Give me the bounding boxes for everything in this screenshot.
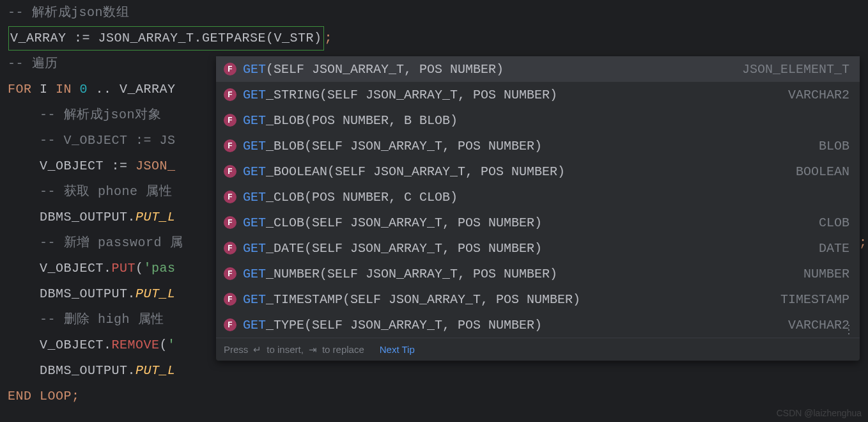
suggestion-signature: GET_BLOB(SELF JSON_ARRAY_T, POS NUMBER) xyxy=(243,139,805,153)
next-tip-link[interactable]: Next Tip xyxy=(380,344,415,355)
suggestion-item[interactable]: FGET_TYPE(SELF JSON_ARRAY_T, POS NUMBER)… xyxy=(216,312,860,338)
suggestion-item[interactable]: FGET_STRING(SELF JSON_ARRAY_T, POS NUMBE… xyxy=(216,82,860,107)
suggestion-signature: GET_CLOB(SELF JSON_ARRAY_T, POS NUMBER) xyxy=(243,215,805,230)
function-icon: F xyxy=(224,216,236,229)
suggestion-return-type: NUMBER xyxy=(803,267,849,281)
hint-text: to replace xyxy=(322,344,364,355)
hint-text: to insert, xyxy=(267,344,304,355)
suggestion-item[interactable]: FGET_DATE(SELF JSON_ARRAY_T, POS NUMBER)… xyxy=(216,235,860,261)
suggestion-return-type: VARCHAR2 xyxy=(788,318,849,332)
function-icon: F xyxy=(224,88,236,101)
watermark: CSDN @laizhenghua xyxy=(777,408,862,418)
function-icon: F xyxy=(224,267,236,280)
suggestion-signature: GET_CLOB(POS NUMBER, C CLOB) xyxy=(243,190,835,205)
suggestion-signature: GET_BOOLEAN(SELF JSON_ARRAY_T, POS NUMBE… xyxy=(243,164,782,179)
function-icon: F xyxy=(224,139,236,152)
key-tab-icon: ⇥ xyxy=(309,344,317,356)
key-enter-icon: ↵ xyxy=(253,344,261,356)
suggestion-item[interactable]: FGET_NUMBER(SELF JSON_ARRAY_T, POS NUMBE… xyxy=(216,261,860,286)
suggestion-signature: GET_TYPE(SELF JSON_ARRAY_T, POS NUMBER) xyxy=(243,318,774,332)
suggestion-signature: GET_BLOB(POS NUMBER, B BLOB) xyxy=(243,113,835,128)
suggestion-item[interactable]: FGET_TIMESTAMP(SELF JSON_ARRAY_T, POS NU… xyxy=(216,286,860,312)
function-icon: F xyxy=(224,242,236,254)
suggestion-signature: GET_NUMBER(SELF JSON_ARRAY_T, POS NUMBER… xyxy=(243,267,789,281)
function-icon: F xyxy=(224,293,236,306)
suggestion-item[interactable]: FGET_BLOB(POS NUMBER, B BLOB) xyxy=(216,107,860,133)
suggestion-signature: GET_TIMESTAMP(SELF JSON_ARRAY_T, POS NUM… xyxy=(243,292,766,307)
overhang-semicolon: ; xyxy=(859,235,867,250)
suggestion-return-type: DATE xyxy=(819,241,849,256)
function-icon: F xyxy=(224,63,236,75)
code-line: V_ARRAY := JSON_ARRAY_T.GETPARSE(V_STR); xyxy=(0,26,868,51)
popup-footer: Press ↵ to insert, ⇥ to replaceNext Tip xyxy=(216,338,860,361)
suggestion-signature: GET(SELF JSON_ARRAY_T, POS NUMBER) xyxy=(243,62,728,77)
suggestion-return-type: BOOLEAN xyxy=(796,164,849,179)
suggestion-return-type: BLOB xyxy=(819,139,849,153)
suggestion-return-type: JSON_ELEMENT_T xyxy=(742,62,849,77)
function-icon: F xyxy=(224,114,236,127)
suggestion-item[interactable]: FGET_CLOB(SELF JSON_ARRAY_T, POS NUMBER)… xyxy=(216,210,860,235)
highlighted-expr: V_ARRAY := JSON_ARRAY_T.GETPARSE(V_STR) xyxy=(8,26,325,51)
suggestion-item[interactable]: FGET_CLOB(POS NUMBER, C CLOB) xyxy=(216,184,860,210)
suggestion-return-type: TIMESTAMP xyxy=(780,292,849,307)
suggestion-item[interactable]: FGET_BLOB(SELF JSON_ARRAY_T, POS NUMBER)… xyxy=(216,133,860,159)
suggestion-item[interactable]: FGET(SELF JSON_ARRAY_T, POS NUMBER)JSON_… xyxy=(216,56,860,82)
function-icon: F xyxy=(224,165,236,178)
suggestion-signature: GET_STRING(SELF JSON_ARRAY_T, POS NUMBER… xyxy=(243,88,774,102)
suggestion-signature: GET_DATE(SELF JSON_ARRAY_T, POS NUMBER) xyxy=(243,241,805,256)
function-icon: F xyxy=(224,191,236,203)
suggestion-return-type: VARCHAR2 xyxy=(788,88,849,102)
more-icon[interactable]: ⋮ xyxy=(843,322,855,336)
code-line: DBMS_OUTPUT.PUT_L xyxy=(0,358,868,384)
code-line: END LOOP; xyxy=(0,384,868,409)
suggestion-item[interactable]: FGET_BOOLEAN(SELF JSON_ARRAY_T, POS NUMB… xyxy=(216,159,860,184)
function-icon: F xyxy=(224,318,236,331)
autocomplete-popup[interactable]: FGET(SELF JSON_ARRAY_T, POS NUMBER)JSON_… xyxy=(216,56,860,361)
hint-text: Press xyxy=(224,344,248,355)
code-comment: -- 解析成json数组 xyxy=(0,0,868,26)
suggestion-return-type: CLOB xyxy=(819,215,849,230)
